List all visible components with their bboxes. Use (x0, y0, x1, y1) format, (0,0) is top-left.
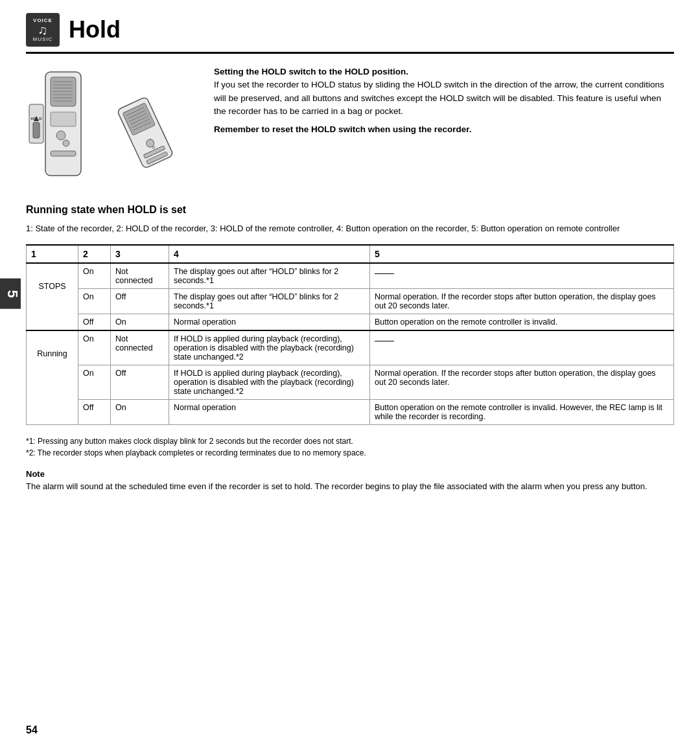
footnotes: *1: Pressing any button makes clock disp… (26, 435, 674, 459)
description-bold-reminder: Remember to reset the HOLD switch when u… (214, 124, 472, 134)
footnote-1: *1: Pressing any button makes clock disp… (26, 435, 674, 447)
svg-rect-15 (33, 122, 40, 138)
table-cell-col5: Normal operation. If the recorder stops … (370, 365, 674, 399)
table-cell-col2: On (78, 365, 111, 399)
note-label: Note (26, 468, 674, 481)
table-cell-col5: Button operation on the remote controlle… (370, 399, 674, 424)
svg-point-10 (56, 131, 65, 140)
table-cell-col2: Off (78, 399, 111, 424)
col-header-1: 1 (27, 245, 78, 263)
col-header-2: 2 (78, 245, 111, 263)
running-state-intro: 1: State of the recorder, 2: HOLD of the… (26, 222, 674, 235)
col-header-5: 5 (370, 245, 674, 263)
logo-music-text: MUSIC (33, 36, 53, 42)
table-cell-col4: Normal operation (169, 399, 370, 424)
logo-music-icon: ♫ (38, 23, 48, 36)
table-cell-col4: The display goes out after “HOLD” blinks… (169, 263, 370, 289)
hold-table: 1 2 3 4 5 STOPSOnNot connectedThe displa… (26, 244, 674, 425)
table-cell-col3: Off (111, 365, 169, 399)
table-cell-col4: If HOLD is applied during playback (reco… (169, 365, 370, 399)
running-state-heading: Running state when HOLD is set (26, 204, 674, 216)
col-header-4: 4 (169, 245, 370, 263)
table-cell-col2: Off (78, 314, 111, 330)
top-section: HOLD HOLD (26, 65, 674, 189)
table-cell-col3: Not connected (111, 330, 169, 365)
footnote-2: *2: The recorder stops when playback com… (26, 447, 674, 459)
table-cell-col3: Off (111, 288, 169, 314)
page-number: 54 (26, 724, 38, 736)
table-cell-col5: Button operation on the remote controlle… (370, 314, 674, 330)
table-row-label: Running (27, 330, 78, 425)
table-cell-col2: On (78, 330, 111, 365)
note-text: The alarm will sound at the scheduled ti… (26, 480, 674, 493)
page-tab: 5 Hold (0, 279, 21, 309)
description-bold-heading: Setting the HOLD switch to the HOLD posi… (214, 67, 408, 76)
header-divider (26, 52, 674, 54)
device-images: HOLD HOLD (26, 65, 194, 189)
svg-rect-9 (51, 112, 76, 126)
table-cell-col3: On (111, 314, 169, 330)
description-para1: If you set the recorder to HOLD status b… (214, 80, 664, 116)
table-cell-col2: On (78, 288, 111, 314)
table-cell-col3: On (111, 399, 169, 424)
tab-chapter-label: Hold (26, 285, 35, 303)
tab-chapter-number: 5 (4, 290, 21, 297)
page-header: VOICE ♫ MUSIC Hold (26, 13, 674, 47)
table-cell-col2: On (78, 263, 111, 289)
note-section: Note The alarm will sound at the schedul… (26, 468, 674, 493)
device-image-1: HOLD (26, 65, 97, 189)
table-cell-col4: Normal operation (169, 314, 370, 330)
table-cell-col5 (370, 263, 674, 289)
device-image-2: HOLD (108, 65, 192, 189)
description-text: Setting the HOLD switch to the HOLD posi… (214, 65, 674, 189)
table-cell-col5: Normal operation. If the recorder stops … (370, 288, 674, 314)
table-cell-col4: If HOLD is applied during playback (reco… (169, 330, 370, 365)
table-cell-col5 (370, 330, 674, 365)
col-header-3: 3 (111, 245, 169, 263)
table-cell-col4: The display goes out after “HOLD” blinks… (169, 288, 370, 314)
page-title: Hold (69, 16, 121, 43)
svg-rect-12 (51, 151, 76, 156)
table-cell-col3: Not connected (111, 263, 169, 289)
svg-point-11 (63, 140, 69, 146)
logo: VOICE ♫ MUSIC (26, 13, 60, 47)
